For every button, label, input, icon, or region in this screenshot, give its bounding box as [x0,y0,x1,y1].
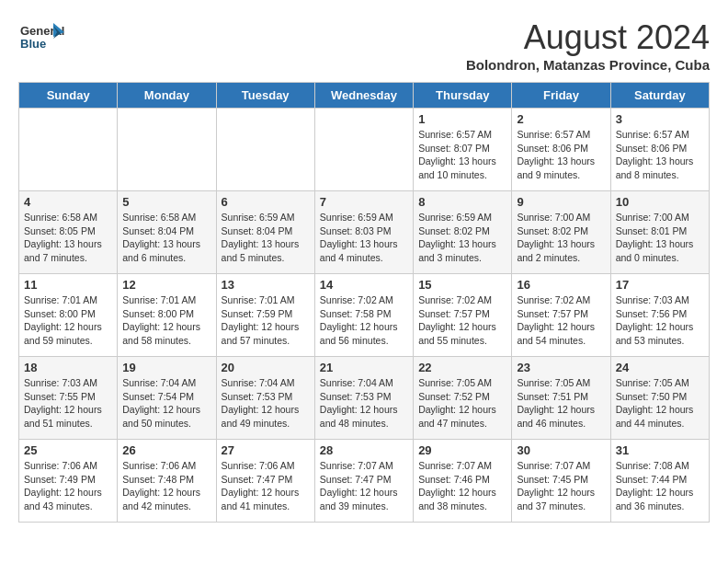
calendar-subtitle: Bolondron, Matanzas Province, Cuba [466,57,710,73]
calendar-cell: 5Sunrise: 6:58 AM Sunset: 8:04 PM Daylig… [118,191,216,274]
calendar-cell: 14Sunrise: 7:02 AM Sunset: 7:58 PM Dayli… [314,274,413,357]
day-info: Sunrise: 7:00 AM Sunset: 8:01 PM Dayligh… [616,211,704,265]
day-number: 16 [517,278,605,292]
day-info: Sunrise: 7:02 AM Sunset: 7:57 PM Dayligh… [517,293,605,348]
day-info: Sunrise: 7:04 AM Sunset: 7:53 PM Dayligh… [320,376,408,431]
day-info: Sunrise: 7:06 AM Sunset: 7:48 PM Dayligh… [122,459,210,513]
day-number: 21 [320,361,408,374]
day-info: Sunrise: 7:07 AM Sunset: 7:45 PM Dayligh… [517,459,605,513]
col-thursday: Thursday [414,83,512,109]
title-area: August 2024 Bolondron, Matanzas Province… [466,18,710,73]
day-number: 24 [616,361,704,374]
calendar-cell [314,109,413,191]
calendar-cell: 11Sunrise: 7:01 AM Sunset: 8:00 PM Dayli… [19,274,118,357]
calendar-cell: 4Sunrise: 6:58 AM Sunset: 8:05 PM Daylig… [19,191,118,274]
calendar-week-5: 25Sunrise: 7:06 AM Sunset: 7:49 PM Dayli… [19,440,710,523]
day-info: Sunrise: 7:02 AM Sunset: 7:57 PM Dayligh… [418,293,506,348]
day-info: Sunrise: 7:07 AM Sunset: 7:47 PM Dayligh… [320,459,408,513]
col-tuesday: Tuesday [216,83,314,109]
day-info: Sunrise: 7:01 AM Sunset: 8:00 PM Dayligh… [122,293,210,348]
day-number: 15 [418,278,506,292]
calendar-cell: 12Sunrise: 7:01 AM Sunset: 8:00 PM Dayli… [118,274,216,357]
calendar-cell: 23Sunrise: 7:05 AM Sunset: 7:51 PM Dayli… [512,357,610,440]
day-info: Sunrise: 7:08 AM Sunset: 7:44 PM Dayligh… [616,459,704,513]
calendar-cell [118,109,216,191]
calendar-cell: 22Sunrise: 7:05 AM Sunset: 7:52 PM Dayli… [414,357,512,440]
calendar-cell: 2Sunrise: 6:57 AM Sunset: 8:06 PM Daylig… [512,109,610,191]
logo-graphic: General Blue [18,18,64,63]
calendar-title: August 2024 [466,18,710,57]
calendar-cell: 19Sunrise: 7:04 AM Sunset: 7:54 PM Dayli… [118,357,216,440]
day-number: 25 [24,443,112,457]
calendar-cell: 18Sunrise: 7:03 AM Sunset: 7:55 PM Dayli… [19,357,118,440]
day-number: 2 [517,112,605,126]
day-number: 31 [616,443,704,457]
calendar-week-4: 18Sunrise: 7:03 AM Sunset: 7:55 PM Dayli… [19,357,710,440]
day-number: 8 [418,195,506,209]
day-info: Sunrise: 7:05 AM Sunset: 7:50 PM Dayligh… [616,376,704,431]
calendar-week-2: 4Sunrise: 6:58 AM Sunset: 8:05 PM Daylig… [19,191,710,274]
day-info: Sunrise: 6:57 AM Sunset: 8:07 PM Dayligh… [418,128,506,182]
col-friday: Friday [512,83,610,109]
calendar-cell: 10Sunrise: 7:00 AM Sunset: 8:01 PM Dayli… [610,191,709,274]
day-info: Sunrise: 6:59 AM Sunset: 8:04 PM Dayligh… [222,211,310,265]
day-info: Sunrise: 7:02 AM Sunset: 7:58 PM Dayligh… [320,293,408,348]
day-info: Sunrise: 7:06 AM Sunset: 7:49 PM Dayligh… [24,459,112,513]
day-number: 17 [616,278,704,292]
day-info: Sunrise: 6:58 AM Sunset: 8:04 PM Dayligh… [122,211,210,265]
col-saturday: Saturday [610,83,709,109]
day-info: Sunrise: 6:57 AM Sunset: 8:06 PM Dayligh… [517,128,605,182]
calendar-table: Sunday Monday Tuesday Wednesday Thursday… [18,82,710,523]
day-number: 4 [24,195,112,209]
calendar-cell: 3Sunrise: 6:57 AM Sunset: 8:06 PM Daylig… [610,109,709,191]
calendar-cell: 7Sunrise: 6:59 AM Sunset: 8:03 PM Daylig… [314,191,413,274]
day-number: 7 [320,195,408,209]
calendar-week-3: 11Sunrise: 7:01 AM Sunset: 8:00 PM Dayli… [19,274,710,357]
logo: General Blue [18,18,64,63]
calendar-cell: 6Sunrise: 6:59 AM Sunset: 8:04 PM Daylig… [216,191,314,274]
day-info: Sunrise: 7:04 AM Sunset: 7:53 PM Dayligh… [222,376,310,431]
day-info: Sunrise: 7:00 AM Sunset: 8:02 PM Dayligh… [517,211,605,265]
day-info: Sunrise: 7:03 AM Sunset: 7:56 PM Dayligh… [616,293,704,348]
day-info: Sunrise: 6:59 AM Sunset: 8:02 PM Dayligh… [418,211,506,265]
calendar-cell: 21Sunrise: 7:04 AM Sunset: 7:53 PM Dayli… [314,357,413,440]
calendar-cell: 25Sunrise: 7:06 AM Sunset: 7:49 PM Dayli… [19,440,118,523]
day-info: Sunrise: 7:05 AM Sunset: 7:52 PM Dayligh… [418,376,506,431]
day-number: 28 [320,443,408,457]
svg-text:Blue: Blue [20,37,46,51]
col-sunday: Sunday [19,83,118,109]
day-number: 6 [222,195,310,209]
day-number: 22 [418,361,506,374]
day-info: Sunrise: 7:03 AM Sunset: 7:55 PM Dayligh… [24,376,112,431]
day-number: 9 [517,195,605,209]
page-header: General Blue August 2024 Bolondron, Mata… [18,18,710,73]
day-info: Sunrise: 6:59 AM Sunset: 8:03 PM Dayligh… [320,211,408,265]
day-number: 3 [616,112,704,126]
calendar-cell: 9Sunrise: 7:00 AM Sunset: 8:02 PM Daylig… [512,191,610,274]
calendar-cell: 28Sunrise: 7:07 AM Sunset: 7:47 PM Dayli… [314,440,413,523]
day-info: Sunrise: 7:01 AM Sunset: 8:00 PM Dayligh… [24,293,112,348]
calendar-cell: 20Sunrise: 7:04 AM Sunset: 7:53 PM Dayli… [216,357,314,440]
day-info: Sunrise: 7:01 AM Sunset: 7:59 PM Dayligh… [222,293,310,348]
day-info: Sunrise: 7:06 AM Sunset: 7:47 PM Dayligh… [222,459,310,513]
calendar-cell: 15Sunrise: 7:02 AM Sunset: 7:57 PM Dayli… [414,274,512,357]
calendar-cell: 17Sunrise: 7:03 AM Sunset: 7:56 PM Dayli… [610,274,709,357]
calendar-cell: 13Sunrise: 7:01 AM Sunset: 7:59 PM Dayli… [216,274,314,357]
day-info: Sunrise: 7:05 AM Sunset: 7:51 PM Dayligh… [517,376,605,431]
day-number: 26 [122,443,210,457]
day-number: 1 [418,112,506,126]
col-wednesday: Wednesday [314,83,413,109]
day-number: 23 [517,361,605,374]
calendar-cell: 1Sunrise: 6:57 AM Sunset: 8:07 PM Daylig… [414,109,512,191]
day-info: Sunrise: 6:58 AM Sunset: 8:05 PM Dayligh… [24,211,112,265]
day-number: 11 [24,278,112,292]
day-number: 29 [418,443,506,457]
day-number: 18 [24,361,112,374]
calendar-cell: 26Sunrise: 7:06 AM Sunset: 7:48 PM Dayli… [118,440,216,523]
day-number: 13 [222,278,310,292]
calendar-cell: 29Sunrise: 7:07 AM Sunset: 7:46 PM Dayli… [414,440,512,523]
calendar-cell [216,109,314,191]
calendar-cell: 24Sunrise: 7:05 AM Sunset: 7:50 PM Dayli… [610,357,709,440]
calendar-cell [19,109,118,191]
calendar-cell: 30Sunrise: 7:07 AM Sunset: 7:45 PM Dayli… [512,440,610,523]
